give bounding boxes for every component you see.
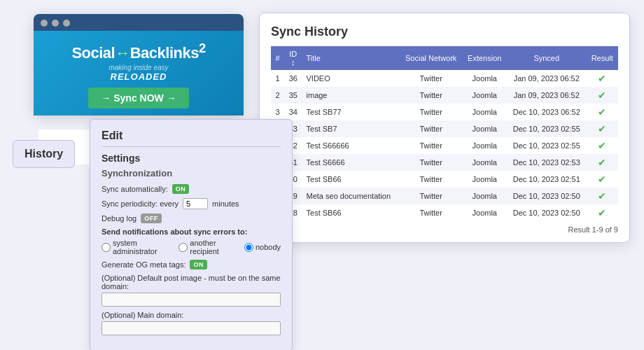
cell-network: Twitter [400,137,463,154]
table-row: 5 32 Test S66666 Twitter Joomla Dec 10, … [271,137,618,154]
window-dot-1 [41,20,48,27]
notify-option-sysadmin[interactable]: system administrator [102,239,172,255]
cell-result: ✔ [587,137,618,154]
cell-title: VIDEO [302,70,400,87]
table-row: 6 31 Test S6666 Twitter Joomla Dec 10, 2… [271,154,618,171]
sync-periodicity-unit: minutes [212,200,239,208]
table-header: # ID↕ Title Social Network Extension Syn… [271,46,618,70]
sync-periodicity-input[interactable] [183,198,208,209]
cell-result: ✔ [587,188,618,204]
og-meta-toggle[interactable]: ON [190,260,207,270]
table-row: 3 34 Test SB77 Twitter Joomla Dec 10, 20… [271,104,618,120]
cell-extension: Joomla [463,154,507,171]
settings-title: Settings [102,153,281,164]
cell-synced: Jan 09, 2023 06:52 [507,87,587,104]
cell-num: 3 [271,104,284,120]
default-image-input[interactable] [102,293,281,307]
cell-synced: Dec 10, 2023 02:55 [507,120,587,137]
sync-section-label: Synchronization [102,168,281,178]
cell-synced: Dec 10, 2023 02:51 [507,171,587,188]
cell-network: Twitter [400,171,463,188]
debug-log-label: Debug log [102,214,136,223]
debug-log-toggle[interactable]: OFF [141,214,162,223]
notify-option-nobody[interactable]: nobody [244,239,281,255]
cell-extension: Joomla [463,120,507,137]
cell-extension: Joomla [463,104,507,120]
table-row: 4 33 Test SB7 Twitter Joomla Dec 10, 202… [271,120,618,137]
plugin-card: Social↔Backlinks2 making inside easy Rel… [34,14,244,115]
cell-extension: Joomla [463,137,507,154]
notify-radio-nobody[interactable] [244,243,253,252]
cell-network: Twitter [400,154,463,171]
sync-now-button[interactable]: → Sync NOW → [88,88,188,108]
history-tab-label: History [24,148,63,160]
result-count: Result 1-9 of 9 [271,225,618,234]
cell-result: ✔ [587,204,618,221]
check-icon: ✔ [598,73,606,84]
brand-title: Social↔Backlinks2 [41,41,237,62]
cell-result: ✔ [587,171,618,188]
table-row: 8 29 Meta seo documentation Twitter Joom… [271,188,618,204]
sync-auto-toggle[interactable]: ON [172,184,190,194]
notify-label: Send notifications about sync errors to: [102,227,281,236]
notify-recipient-label: another recipient [190,239,237,255]
check-icon: ✔ [598,174,606,185]
cell-network: Twitter [400,204,463,221]
cell-extension: Joomla [463,70,507,87]
sync-periodicity-row: Sync periodicity: every minutes [102,198,281,209]
brand-arrow: ↔ [115,44,130,62]
debug-log-row: Debug log OFF [102,214,281,223]
cell-result: ✔ [587,104,618,120]
cell-synced: Dec 10, 2023 02:50 [507,188,587,204]
cell-title: Test SB66 [302,204,400,221]
cell-synced: Jan 09, 2023 06:52 [507,70,587,87]
check-icon: ✔ [598,157,606,168]
table-body: 1 36 VIDEO Twitter Joomla Jan 09, 2023 0… [271,70,618,221]
cell-result: ✔ [587,70,618,87]
cell-title: Test S66666 [302,137,400,154]
cell-num: 2 [271,87,284,104]
cell-title: Meta seo documentation [302,188,400,204]
cell-result: ✔ [587,87,618,104]
cell-extension: Joomla [463,188,507,204]
cell-extension: Joomla [463,204,507,221]
header-row: # ID↕ Title Social Network Extension Syn… [271,46,618,70]
sync-history-title: Sync History [271,24,618,39]
col-num: # [271,46,284,70]
cell-num: 1 [271,70,284,87]
check-icon: ✔ [598,90,606,101]
sync-auto-label: Sync automatically: [102,185,168,193]
edit-section-label: Edit [102,130,281,147]
sync-history-table: # ID↕ Title Social Network Extension Syn… [271,46,618,221]
cell-extension: Joomla [463,87,507,104]
col-id: ID↕ [284,46,302,70]
cell-network: Twitter [400,188,463,204]
cell-network: Twitter [400,120,463,137]
col-synced: Synced [507,46,587,70]
table-row: 1 36 VIDEO Twitter Joomla Jan 09, 2023 0… [271,70,618,87]
table-row: 2 35 image Twitter Joomla Jan 09, 2023 0… [271,87,618,104]
cell-title: Test SB77 [302,104,400,120]
notify-radio-recipient[interactable] [178,243,188,252]
main-domain-input[interactable] [102,321,281,335]
check-icon: ✔ [598,123,606,134]
history-tab[interactable]: History [13,140,75,168]
cell-synced: Dec 10, 2023 06:52 [507,104,587,120]
table-row: 7 30 Test SB66 Twitter Joomla Dec 10, 20… [271,171,618,188]
brand-subtitle: making inside easy [41,64,237,71]
cell-network: Twitter [400,104,463,120]
og-meta-label: Generate OG meta tags: [102,260,186,269]
window-dot-3 [63,20,70,27]
brand-main: Backlinks [130,44,199,62]
cell-id: 36 [284,70,302,87]
window-dot-2 [52,20,59,27]
notify-radio-group: system administrator another recipient n… [102,239,281,255]
main-domain-label: (Optional) Main domain: [102,311,281,319]
sync-auto-row: Sync automatically: ON [102,184,281,194]
cell-result: ✔ [587,120,618,137]
cell-result: ✔ [587,154,618,171]
notify-option-recipient[interactable]: another recipient [178,239,237,255]
notify-radio-sysadmin[interactable] [102,243,111,252]
window-titlebar [34,14,244,31]
sync-history-panel: Sync History # ID↕ Title Social Network … [259,13,630,243]
